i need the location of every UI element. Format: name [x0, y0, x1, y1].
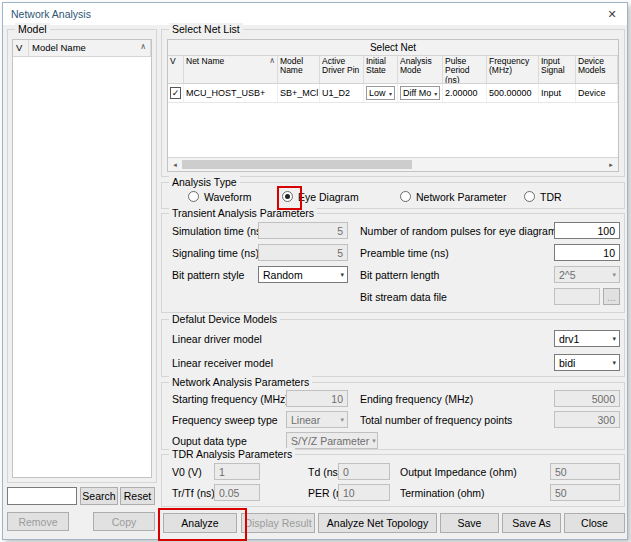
save-button[interactable]: Save: [440, 513, 499, 533]
random-pulses-field[interactable]: 100: [554, 222, 620, 239]
total-frequency-points-field: 300: [554, 411, 620, 428]
termination-label: Termination (ohm): [400, 487, 485, 499]
model-group-label: Model: [15, 23, 50, 35]
network-analysis-dialog: Network Analysis ✕ Model V Model Name ∧ …: [2, 2, 628, 540]
linear-driver-model-dropdown[interactable]: drv1 ▾: [554, 330, 620, 347]
select-net-list-group: Select Net List Select Net V Net Name ∧ …: [161, 29, 625, 177]
radio-network-parameter[interactable]: Network Parameter: [400, 190, 506, 203]
td-label: Td (ns): [308, 466, 341, 478]
pulse-period-cell: 2.00000: [443, 84, 487, 102]
termination-field: 50: [550, 484, 620, 501]
v0-field: 1: [214, 463, 260, 480]
sort-asc-icon: ∧: [269, 57, 275, 82]
network-params-group: Network Analysis Parameters Starting fre…: [161, 382, 625, 450]
annotation-analyze-highlight: [158, 508, 247, 541]
linear-receiver-model-value: bidi: [559, 357, 575, 369]
col-header-initial-state[interactable]: Initial State: [364, 56, 398, 83]
bit-pattern-style-dropdown[interactable]: Random ▾: [258, 266, 348, 283]
net-table-empty-area: [168, 103, 618, 157]
analysis-mode-dropdown[interactable]: Diff Mo ▾: [400, 86, 440, 100]
bit-pattern-style-label: Bit pattern style: [172, 269, 244, 281]
col-header-active-driver-pin[interactable]: Active Driver Pin: [320, 56, 364, 83]
model-search-input[interactable]: [7, 487, 77, 505]
radio-network-parameter-label: Network Parameter: [416, 191, 506, 203]
title-bar[interactable]: Network Analysis ✕: [3, 3, 627, 25]
analysis-type-label: Analysis Type: [169, 176, 240, 188]
scroll-right-icon[interactable]: ▸: [604, 158, 618, 171]
display-result-button: Display Result: [241, 513, 315, 533]
remove-button: Remove: [7, 512, 69, 531]
scrollbar-thumb[interactable]: [182, 160, 412, 169]
linear-driver-model-label: Linear driver model: [172, 333, 262, 345]
linear-receiver-model-label: Linear receiver model: [172, 357, 273, 369]
radio-waveform[interactable]: Waveform: [188, 190, 251, 203]
per-field: 10: [338, 484, 390, 501]
bit-pattern-length-label: Bit pattern length: [360, 269, 439, 281]
col-header-frequency[interactable]: Frequency (MHz): [487, 56, 539, 83]
output-impedance-field: 50: [550, 463, 620, 480]
col-header-check[interactable]: V: [168, 56, 184, 83]
col-header-device-models[interactable]: Device Models: [576, 56, 618, 83]
radio-waveform-label: Waveform: [204, 191, 251, 203]
linear-receiver-model-dropdown[interactable]: bidi ▾: [554, 354, 620, 371]
analyze-net-topology-button[interactable]: Analyze Net Topology: [318, 513, 437, 533]
model-name-column-header[interactable]: Model Name ∧: [29, 40, 151, 56]
dropdown-arrow-icon: ▾: [372, 437, 376, 445]
search-button[interactable]: Search: [80, 487, 118, 505]
radio-tdr[interactable]: TDR: [524, 190, 562, 203]
analysis-mode-value: Diff Mo: [403, 88, 431, 98]
col-header-pulse-period[interactable]: Pulse Period (ns): [443, 56, 487, 83]
model-table-header: V Model Name ∧: [13, 40, 151, 57]
net-table-row[interactable]: ✓ MCU_HOST_USB+ SB+_MCl U1_D2 Low ▾ Diff…: [168, 84, 618, 103]
scrollbar-track[interactable]: [412, 158, 604, 171]
starting-frequency-label: Starting frequency (MHz): [172, 393, 289, 405]
close-button[interactable]: Close: [564, 513, 625, 533]
simulation-time-field: 5: [258, 222, 348, 239]
preamble-time-field[interactable]: 10: [554, 244, 620, 261]
col-header-model-name[interactable]: Model Name: [278, 56, 320, 83]
random-pulses-label: Number of random pulses for eye diagram: [360, 225, 557, 237]
annotation-eye-diagram-highlight: [277, 186, 302, 210]
dropdown-arrow-icon: ▾: [612, 271, 616, 279]
simulation-time-label: Simulation time (ns): [172, 225, 265, 237]
network-params-label: Network Analysis Parameters: [169, 376, 312, 388]
model-table: V Model Name ∧: [12, 39, 152, 478]
device-models-cell: Device: [576, 84, 618, 102]
browse-button: ...: [603, 288, 620, 305]
tdr-params-group: TDR Analysis Parameters V0 (V) 1 Td (ns)…: [161, 454, 625, 507]
input-signal-cell: Input: [539, 84, 576, 102]
radio-circle-icon: [400, 191, 411, 202]
bit-stream-file-field: [554, 288, 600, 305]
dropdown-arrow-icon: ▾: [612, 359, 616, 367]
output-impedance-label: Output Impedance (ohm): [400, 466, 517, 478]
signaling-time-label: Signaling time (ns): [172, 247, 259, 259]
dropdown-arrow-icon: ▾: [340, 271, 344, 279]
col-header-analysis-mode[interactable]: Analysis Mode: [398, 56, 443, 83]
reset-button[interactable]: Reset: [120, 487, 155, 505]
copy-button: Copy: [93, 512, 155, 531]
net-table-hscrollbar[interactable]: ◂ ▸: [168, 157, 618, 171]
dropdown-arrow-icon: ▾: [434, 90, 437, 97]
col-header-net-name[interactable]: Net Name ∧: [184, 56, 278, 83]
v0-label: V0 (V): [172, 466, 202, 478]
col-header-input-signal[interactable]: Input Signal: [539, 56, 576, 83]
initial-state-value: Low: [369, 88, 386, 98]
output-data-type-label: Ouput data type: [172, 435, 247, 447]
frequency-sweep-type-dropdown: Linear ▾: [286, 411, 348, 428]
close-icon[interactable]: ✕: [605, 7, 619, 21]
frequency-cell: 500.00000: [487, 84, 539, 102]
tdr-params-label: TDR Analysis Parameters: [169, 448, 295, 460]
save-as-button[interactable]: Save As: [502, 513, 561, 533]
model-check-column-header[interactable]: V: [13, 40, 29, 56]
radio-tdr-label: TDR: [540, 191, 562, 203]
net-row-checkbox[interactable]: ✓: [170, 87, 181, 99]
output-data-type-value: S/Y/Z Parameter: [291, 435, 369, 447]
sort-asc-icon: ∧: [140, 42, 146, 56]
linear-driver-model-value: drv1: [559, 333, 579, 345]
model-list-body[interactable]: [13, 57, 151, 477]
net-name-cell: MCU_HOST_USB+: [184, 84, 278, 102]
bit-pattern-length-dropdown: 2^5 ▾: [554, 266, 620, 283]
initial-state-dropdown[interactable]: Low ▾: [366, 86, 395, 100]
scroll-left-icon[interactable]: ◂: [168, 158, 182, 171]
window-title: Network Analysis: [11, 8, 91, 20]
